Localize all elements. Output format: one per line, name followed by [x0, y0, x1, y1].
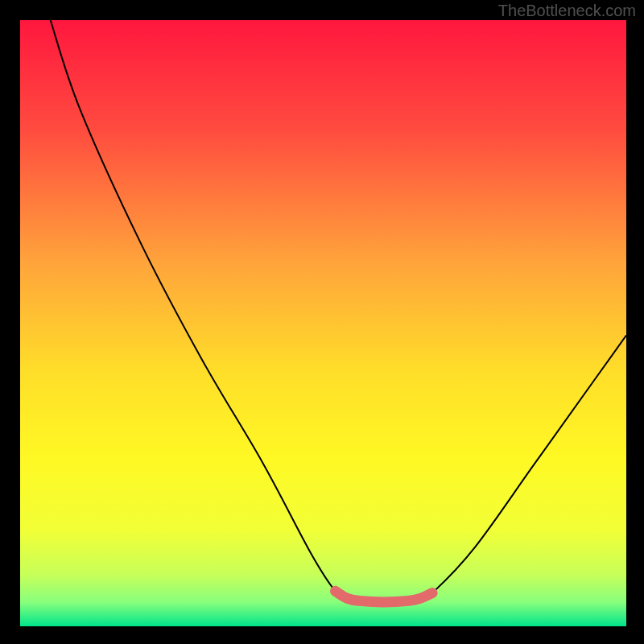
chart-svg — [20, 20, 626, 626]
chart-container: TheBottleneck.com — [0, 0, 644, 644]
watermark-text: TheBottleneck.com — [498, 2, 636, 20]
plot-area — [20, 20, 626, 626]
gradient-background — [20, 20, 626, 626]
